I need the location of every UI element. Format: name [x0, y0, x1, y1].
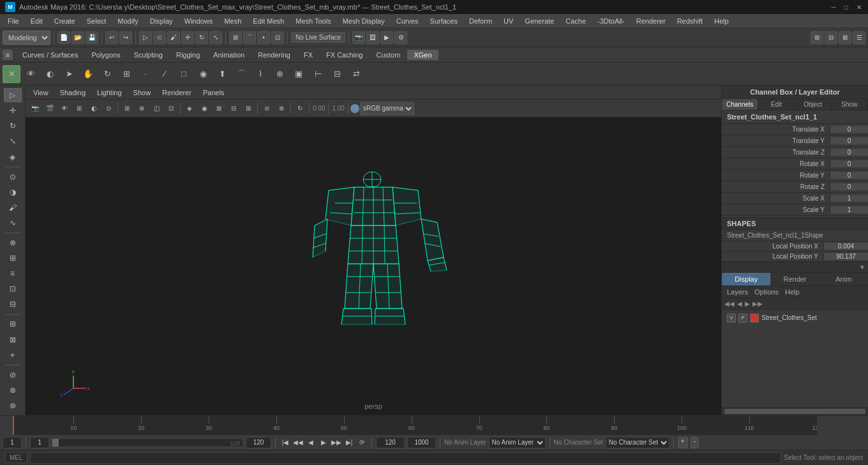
tab-xgen[interactable]: XGen — [407, 50, 438, 60]
menu-renderer[interactable]: Renderer — [631, 16, 671, 26]
tab-rigging[interactable]: Rigging — [170, 50, 206, 60]
channel-scale-y[interactable]: Scale Y 1 — [722, 204, 868, 216]
menu-cache[interactable]: Cache — [560, 16, 591, 26]
undo-button[interactable]: ↩ — [105, 31, 118, 44]
menu-deform[interactable]: Deform — [464, 16, 497, 26]
layers-option-options[interactable]: Options — [754, 288, 779, 296]
vi-wireframe-btn[interactable]: ⊞ — [72, 102, 86, 116]
xgen-icon-3[interactable]: ◐ — [41, 65, 59, 83]
vi-refresh-btn[interactable]: ↻ — [293, 102, 307, 116]
menu-file[interactable]: File — [3, 16, 24, 26]
tab-edit[interactable]: Edit — [758, 99, 795, 110]
menu-modify[interactable]: Modify — [112, 16, 143, 26]
xgen-icon-19[interactable]: ⇄ — [347, 65, 365, 83]
timeline-ruler[interactable]: 1102030405060708090100110120 — [13, 416, 817, 435]
anim-layer-selector[interactable]: No Anim Layer — [489, 437, 546, 448]
level-select-left[interactable]: ≡ — [4, 266, 22, 280]
vi-backface-btn[interactable]: ⊗ — [274, 102, 288, 116]
menu-windows[interactable]: Windows — [179, 16, 218, 26]
menu-mesh[interactable]: Mesh — [219, 16, 246, 26]
select-tool-left[interactable]: ▷ — [4, 88, 22, 102]
paint-button[interactable]: 🖌 — [167, 31, 180, 44]
maximize-button[interactable]: □ — [842, 3, 850, 11]
vi-side-btn[interactable]: ⊟ — [227, 102, 241, 116]
channel-translate-z[interactable]: Translate Z 0 — [722, 147, 868, 158]
lasso-button[interactable]: ⊂ — [153, 31, 166, 44]
channel-value-tz[interactable]: 0 — [830, 149, 868, 156]
xgen-icon-8[interactable]: · — [137, 65, 154, 83]
frame-start-input[interactable] — [3, 437, 22, 448]
xgen-icon-1[interactable]: ✕ — [3, 65, 20, 83]
paint-left[interactable]: 🖌 — [4, 201, 22, 215]
rotate-button[interactable]: ↻ — [195, 31, 208, 44]
ipr-button[interactable]: ▶ — [380, 31, 393, 44]
channel-rotate-x[interactable]: Rotate X 0 — [722, 158, 868, 170]
universal-tool-left[interactable]: ◈ — [4, 150, 22, 164]
menu-surfaces[interactable]: Surfaces — [425, 16, 463, 26]
char-set-btn-1[interactable]: + — [678, 437, 688, 448]
move-button[interactable]: ✛ — [181, 31, 194, 44]
render-view-button[interactable]: 🖼 — [366, 31, 379, 44]
menu-edit[interactable]: Edit — [26, 16, 48, 26]
redo-button[interactable]: ↪ — [119, 31, 132, 44]
viewport-layout-button[interactable]: ⊟ — [825, 31, 837, 44]
vi-smooth-btn[interactable]: ⊙ — [101, 102, 116, 116]
vi-camera-btn[interactable]: 📷 — [28, 102, 42, 116]
xgen-icon-11[interactable]: ◉ — [194, 65, 212, 83]
channel-value-tx[interactable]: 0 — [830, 126, 868, 133]
scroll-down-arrow[interactable]: ▼ — [859, 264, 865, 271]
layer-end-btn[interactable]: ▶▶ — [752, 300, 763, 307]
dra-tab-render[interactable]: Render — [770, 273, 819, 286]
move-tool-left[interactable]: ✛ — [4, 103, 22, 118]
menu-help[interactable]: Help — [709, 16, 734, 26]
frame-slider-thumb[interactable] — [52, 439, 59, 446]
layer-v-btn[interactable]: V — [727, 314, 736, 323]
tab-channels[interactable]: Channels — [722, 99, 758, 110]
scale-tool-left[interactable]: ⤡ — [4, 134, 22, 148]
viewport-menu-renderer[interactable]: Renderer — [157, 88, 197, 98]
anim-max-input[interactable] — [407, 437, 436, 448]
shape-channel-local-pos-y[interactable]: Local Position Y 90.137 — [722, 252, 868, 262]
channel-rotate-z[interactable]: Rotate Z 0 — [722, 181, 868, 193]
grid-toggle-button[interactable]: ⊞ — [811, 31, 823, 44]
viewport-menu-panels[interactable]: Panels — [198, 88, 230, 98]
new-file-button[interactable]: 📄 — [57, 31, 70, 44]
anim-end-input[interactable] — [376, 437, 405, 448]
vi-xray-btn[interactable]: ⊘ — [260, 102, 274, 116]
pb-prev-frame[interactable]: ◀ — [305, 437, 317, 448]
vi-hud-btn[interactable]: ⊡ — [164, 102, 178, 116]
tab-rendering[interactable]: Rendering — [251, 50, 297, 60]
command-input[interactable] — [30, 452, 782, 464]
render-settings-button[interactable]: ⚙ — [394, 31, 407, 44]
vi-front-btn[interactable]: ⊠ — [212, 102, 226, 116]
viewport-menu-lighting[interactable]: Lighting — [92, 88, 127, 98]
group-left[interactable]: ⊞ — [4, 251, 22, 265]
sidebar-toggle[interactable]: ≡ — [3, 50, 13, 60]
layers-option-help[interactable]: Help — [785, 288, 800, 296]
viewport-canvas[interactable]: .wire { stroke: #00ffcc; stroke-width: 1… — [26, 118, 721, 415]
camera-button[interactable]: 📷 — [352, 31, 365, 44]
xgen-icon-6[interactable]: ↻ — [98, 65, 116, 83]
channel-value-sx[interactable]: 1 — [830, 195, 868, 202]
snap-grid-button[interactable]: ⊞ — [229, 31, 242, 44]
no-live-surface-button[interactable]: No Live Surface — [291, 32, 345, 43]
tab-show[interactable]: Show — [832, 99, 868, 110]
viewport-menu-shading[interactable]: Shading — [55, 88, 91, 98]
make-live-left[interactable]: ⊕ — [4, 236, 22, 250]
xgen-icon-15[interactable]: ⊕ — [271, 65, 288, 83]
channel-translate-y[interactable]: Translate Y 0 — [722, 135, 868, 147]
channel-value-ty[interactable]: 0 — [830, 137, 868, 144]
select-tool-button[interactable]: ▷ — [139, 31, 152, 44]
vi-eye-btn[interactable]: 👁 — [57, 102, 71, 116]
vi-top-btn[interactable]: ⊞ — [241, 102, 255, 116]
scale-button[interactable]: ⤡ — [209, 31, 222, 44]
tab-fx-caching[interactable]: FX Caching — [320, 50, 369, 60]
gamma-selector[interactable]: sRGB gamma — [360, 102, 414, 115]
xgen-icon-12[interactable]: ⬆ — [213, 65, 231, 83]
tab-animation[interactable]: Animation — [207, 50, 251, 60]
menu-edit-mesh[interactable]: Edit Mesh — [248, 16, 289, 26]
xgen-icon-16[interactable]: ▣ — [290, 65, 308, 83]
workspace-selector[interactable]: Modeling — [3, 31, 50, 45]
layer-row-1[interactable]: V P Street_Clothes_Set — [724, 312, 865, 324]
snap-view-button[interactable]: ⊡ — [271, 31, 284, 44]
